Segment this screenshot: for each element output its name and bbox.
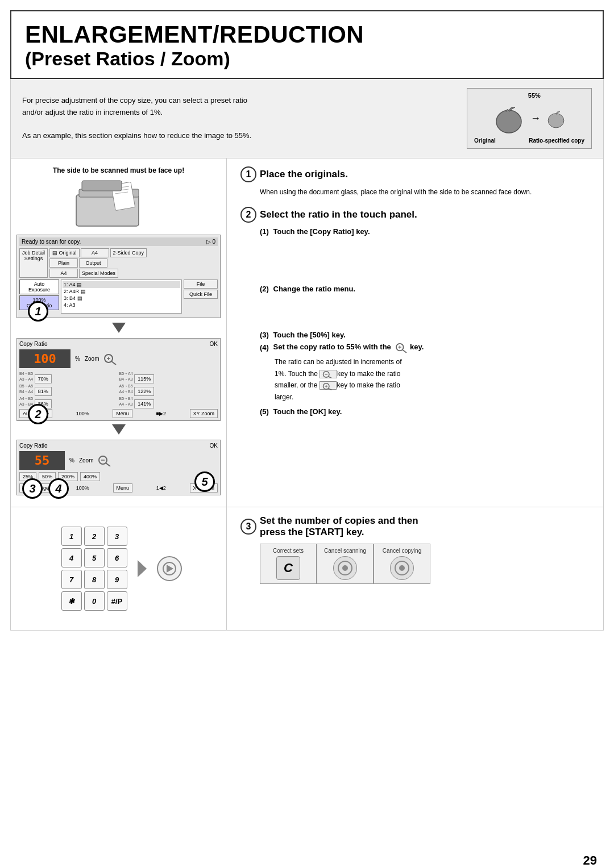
job-detail-btn[interactable]: Job DetailSettings (19, 248, 48, 278)
plain-btn[interactable]: Plain (49, 258, 78, 268)
face-up-label: The side to be scanned must be face up! (16, 166, 221, 174)
sub-title: (Preset Ratios / Zoom) (25, 48, 589, 70)
percent-symbol-2: % (69, 457, 74, 464)
intro-image-box: 55% → (467, 88, 592, 149)
cancel-scanning-label: Cancel scanning (324, 548, 366, 554)
preset-81[interactable]: B5→A5B4→A4 81% (19, 383, 118, 394)
scanner-illustration (16, 178, 221, 229)
panel-step-1: 1 (28, 301, 48, 322)
ratio-copy-label: Ratio-specified copy (529, 137, 584, 144)
correct-sets-btn[interactable]: C (276, 556, 300, 580)
svg-line-26 (328, 388, 331, 390)
sub5-text: Touch the [OK] key. (273, 407, 342, 416)
list-item-2[interactable]: 2: A4R ▤ (63, 288, 180, 295)
original-image (492, 101, 526, 135)
size-a4-btn[interactable]: A4 (81, 248, 109, 257)
start-key[interactable] (157, 556, 182, 581)
cancel-scanning-box: Cancel scanning (317, 544, 374, 584)
intro-text: For precise adjustment of the copy size,… (22, 95, 455, 142)
numpad-key-2[interactable]: 2 (84, 527, 105, 546)
left-panel: The side to be scanned must be face up! (11, 158, 227, 507)
sub5-num: (5) (260, 407, 269, 416)
cancel-scanning-btn[interactable] (333, 556, 357, 580)
step3-circle: 3 (240, 519, 256, 535)
ratio-panel-header-2: Copy Ratio OK (19, 443, 218, 449)
face-up-notice: The side to be scanned must be face up! (16, 166, 221, 229)
preset-122[interactable]: A5→B5A4→B4 122% (119, 383, 218, 394)
intro-img-row: → (492, 101, 567, 135)
numpad-key-3[interactable]: 3 (107, 527, 127, 546)
sub2-text: Change the ratio menu. (273, 285, 355, 293)
auto-exposure-btn[interactable]: AutoExposure (19, 279, 59, 294)
svg-point-0 (496, 110, 521, 133)
sub4-key-label: key. (410, 343, 424, 352)
preset-400-btn[interactable]: 400% (80, 472, 100, 481)
quick-file-btn[interactable]: Quick File (184, 290, 218, 299)
numpad-key-1[interactable]: 1 (61, 527, 82, 546)
numpad-key-9[interactable]: 9 (107, 570, 127, 589)
step1-title: Place the originals. (260, 169, 348, 180)
center-100-label-2[interactable]: 100% (76, 485, 89, 491)
panel-step-5: 5 (194, 471, 215, 492)
numpad-key-0[interactable]: 0 (84, 591, 105, 611)
file-btn[interactable]: File (184, 279, 218, 289)
sub-step-5: (5) Touch the [OK] key. (260, 407, 590, 416)
original-label: Original (474, 137, 496, 144)
zoom-label-1[interactable]: Zoom (85, 356, 99, 362)
tp-header: Ready to scan for copy. ▷ 0 (19, 237, 218, 246)
cancel-copying-box: Cancel copying (374, 544, 430, 584)
list-item-3[interactable]: 3: B4 ▤ (63, 295, 180, 302)
right-panel: 1 Place the originals. When using the do… (227, 158, 603, 507)
svg-rect-8 (82, 181, 122, 191)
intro-section: For precise adjustment of the copy size,… (10, 79, 604, 158)
correct-sets-box: Correct sets C (260, 544, 317, 584)
page-indicator-2[interactable]: 1◀2 (156, 485, 166, 491)
numpad-key-4[interactable]: 4 (61, 548, 82, 567)
ok-label-1[interactable]: OK (210, 341, 218, 347)
sub4-text: Set the copy ratio to 55% with the (273, 343, 391, 352)
list-item-4[interactable]: 4: A3 (63, 302, 180, 308)
sub4-num: (4) (260, 343, 269, 352)
numpad-key-5[interactable]: 5 (84, 548, 105, 567)
ok-label-2[interactable]: OK (210, 443, 218, 449)
menu-btn-1[interactable]: Menu (113, 409, 132, 418)
menu-btn-2[interactable]: Menu (113, 483, 133, 493)
bottom-left: 1 2 3 4 5 6 7 8 9 ✱ 0 #/P (11, 507, 227, 630)
special-modes-btn[interactable]: Special Modes (79, 269, 118, 278)
xy-zoom-btn-1[interactable]: XY Zoom (190, 409, 218, 418)
a4-btn2[interactable]: A4 (49, 269, 78, 278)
cancel-copying-btn[interactable] (390, 556, 414, 580)
preset-70[interactable]: B4→B5A3→A4 70% (19, 370, 118, 382)
numpad-key-7[interactable]: 7 (61, 570, 82, 589)
zoom-label-2[interactable]: Zoom (79, 457, 94, 464)
two-sided-btn[interactable]: 2-Sided Copy (110, 248, 147, 257)
numpad-key-hash[interactable]: #/P (107, 591, 127, 611)
list-item-1[interactable]: 1: A4 ▤ (63, 281, 180, 288)
sub-step-4: (4) Set the copy ratio to 55% with the k… (260, 343, 590, 353)
numpad-key-6[interactable]: 6 (107, 548, 127, 567)
preset-115[interactable]: B5→A4B4→A3 115% (119, 370, 218, 382)
bottom-section: 1 2 3 4 5 6 7 8 9 ✱ 0 #/P (10, 507, 604, 631)
step2-title: Select the ratio in the touch panel. (260, 209, 417, 220)
numpad-area: 1 2 3 4 5 6 7 8 9 ✱ 0 #/P (56, 521, 188, 616)
larger-key-icon (320, 381, 337, 390)
sub-step-1: (1) Touch the [Copy Ratio] key. (260, 227, 590, 236)
svg-marker-14 (112, 424, 126, 435)
step3-title: Set the number of copies and thenpress t… (260, 515, 418, 538)
tp-ready-label: Ready to scan for copy. (22, 239, 81, 245)
svg-point-33 (342, 565, 348, 571)
header-box: ENLARGEMENT/REDUCTION (Preset Ratios / Z… (10, 10, 604, 79)
svg-line-16 (106, 463, 110, 466)
sub4-detail: The ratio can be adjusted in increments … (275, 356, 590, 403)
ratio-image (545, 107, 567, 129)
tp-row1: Job DetailSettings ▤ Original A4 2-Sided… (19, 248, 218, 278)
preset-141[interactable]: B5→B4A4→A3 141% (119, 395, 218, 407)
numpad-key-8[interactable]: 8 (84, 570, 105, 589)
output-btn[interactable]: Output (79, 258, 107, 268)
original-btn[interactable]: ▤ Original (49, 248, 80, 257)
sub2-num: (2) (260, 285, 269, 293)
page-indicator-1[interactable]: ■▶2 (156, 411, 166, 416)
center-100-label[interactable]: 100% (76, 411, 89, 416)
copy-ratio-title: Copy Ratio (19, 341, 47, 347)
numpad-key-star[interactable]: ✱ (61, 591, 82, 611)
